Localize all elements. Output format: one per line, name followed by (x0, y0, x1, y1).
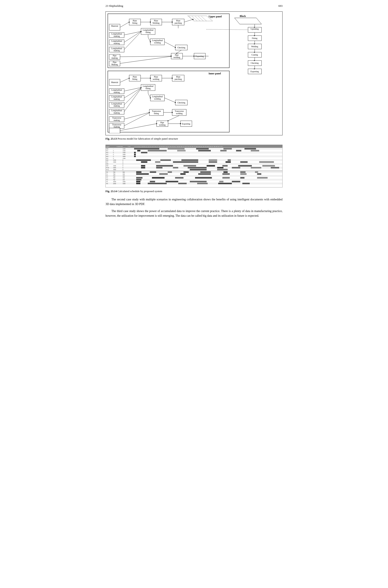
fig14-caption: Fig. 23.14 Calculated schedule by propos… (105, 190, 283, 193)
svg-text:Exporting: Exporting (182, 123, 190, 125)
inner-panel-label: Inner panel (209, 72, 221, 75)
svg-rect-212 (134, 154, 136, 155)
svg-text:Longitudinal: Longitudinal (111, 109, 122, 112)
svg-text:fitting: fitting (132, 78, 137, 80)
svg-rect-293 (180, 173, 186, 175)
svg-text:making: making (114, 126, 120, 128)
svg-rect-335 (197, 183, 208, 184)
svg-rect-296 (240, 173, 246, 175)
svg-line-11 (120, 22, 129, 27)
svg-rect-249 (141, 165, 145, 167)
svg-text:Longitudinal: Longitudinal (152, 39, 163, 42)
fig13-caption: Fig. 23.13 Process model for fabrication… (105, 137, 283, 140)
svg-text:3500: 3500 (113, 181, 116, 183)
svg-rect-333 (148, 183, 167, 184)
svg-line-56 (120, 56, 171, 63)
svg-rect-307 (152, 177, 165, 179)
svg-text:Longitudinal: Longitudinal (111, 96, 122, 98)
svg-text:patching: patching (175, 78, 182, 80)
svg-text:Transverse: Transverse (112, 123, 121, 126)
svg-text:welding: welding (154, 98, 161, 100)
svg-text:welding: welding (153, 78, 159, 80)
svg-text:1800: 1800 (113, 167, 116, 169)
svg-rect-273 (217, 169, 228, 170)
svg-rect-312 (257, 177, 268, 179)
svg-rect-308 (175, 177, 184, 179)
svg-text:W3: W3 (106, 154, 108, 155)
svg-text:W9: W9 (106, 165, 108, 167)
svg-rect-285 (240, 171, 245, 173)
svg-rect-286 (255, 171, 258, 173)
svg-text:welding: welding (159, 124, 166, 126)
svg-text:700: 700 (113, 177, 115, 179)
svg-text:making: making (112, 57, 118, 59)
svg-rect-190 (244, 148, 256, 149)
svg-text:Longitudinal: Longitudinal (111, 47, 122, 49)
svg-text:Coating: Coating (251, 54, 258, 56)
svg-line-64 (192, 16, 197, 21)
svg-rect-265 (232, 167, 240, 168)
svg-rect-187 (168, 148, 184, 149)
svg-text:Longitudinal: Longitudinal (152, 95, 163, 98)
svg-rect-281 (168, 171, 172, 173)
svg-rect-274 (106, 171, 282, 171)
svg-text:0: 0 (122, 167, 123, 169)
svg-text:Checking: Checking (177, 46, 185, 49)
svg-line-82 (120, 78, 129, 82)
svg-rect-332 (136, 183, 140, 184)
svg-rect-311 (240, 177, 244, 179)
svg-text:500: 500 (122, 171, 125, 173)
svg-text:Transverse: Transverse (175, 110, 184, 112)
svg-text:1300: 1300 (122, 150, 125, 152)
svg-text:fitting: fitting (132, 22, 137, 24)
svg-line-66 (198, 16, 204, 21)
svg-text:Exporting: Exporting (251, 70, 259, 73)
svg-line-130 (124, 112, 149, 119)
svg-line-132 (124, 113, 149, 126)
svg-text:fitting: fitting (154, 112, 159, 115)
svg-text:Upending: Upending (251, 28, 259, 30)
svg-rect-263 (188, 167, 206, 168)
svg-line-112 (148, 93, 150, 98)
svg-rect-298 (106, 175, 282, 177)
svg-rect-241 (259, 161, 274, 163)
svg-line-65 (195, 16, 200, 21)
svg-text:Pipe: Pipe (113, 54, 117, 57)
svg-text:Plate: Plate (133, 76, 137, 78)
svg-text:0: 0 (122, 159, 123, 161)
svg-rect-200 (236, 150, 242, 151)
svg-text:1500: 1500 (122, 152, 125, 154)
svg-text:Checking: Checking (251, 62, 259, 64)
svg-rect-279 (136, 171, 142, 173)
svg-rect-237 (173, 161, 198, 163)
svg-rect-309 (195, 177, 212, 179)
paragraph-2: The third case study shows the power of … (105, 209, 283, 218)
svg-text:700: 700 (113, 171, 115, 173)
svg-rect-292 (159, 173, 168, 175)
svg-line-68 (184, 19, 193, 22)
svg-text:Constraint: Constraint (117, 146, 123, 147)
svg-line-37 (148, 37, 150, 42)
svg-text:1500: 1500 (122, 157, 125, 159)
svg-text:making: making (114, 35, 120, 37)
svg-rect-197 (177, 150, 186, 151)
svg-text:making: making (114, 49, 120, 52)
svg-text:1500: 1500 (113, 161, 116, 163)
svg-rect-195 (137, 150, 140, 151)
svg-marker-69 (193, 19, 194, 20)
svg-rect-262 (173, 167, 178, 168)
svg-text:W8: W8 (106, 163, 108, 165)
svg-text:W1: W1 (106, 150, 108, 152)
svg-text:1 2 3  4  5  6  7  8  9 10 11 : 1 2 3 4 5 6 7 8 9 10 11 12 13 14 15 16 1… (134, 146, 223, 147)
svg-text:making: making (114, 105, 120, 107)
svg-line-54 (120, 56, 171, 57)
svg-text:W11: W11 (106, 169, 109, 171)
svg-rect-253 (222, 165, 228, 167)
svg-rect-283 (200, 171, 211, 173)
svg-text:Plate: Plate (154, 20, 158, 22)
svg-rect-226 (136, 159, 151, 161)
svg-rect-291 (136, 173, 149, 175)
svg-rect-188 (196, 148, 209, 149)
svg-text:welding: welding (176, 112, 183, 115)
svg-text:Plate: Plate (176, 20, 180, 22)
